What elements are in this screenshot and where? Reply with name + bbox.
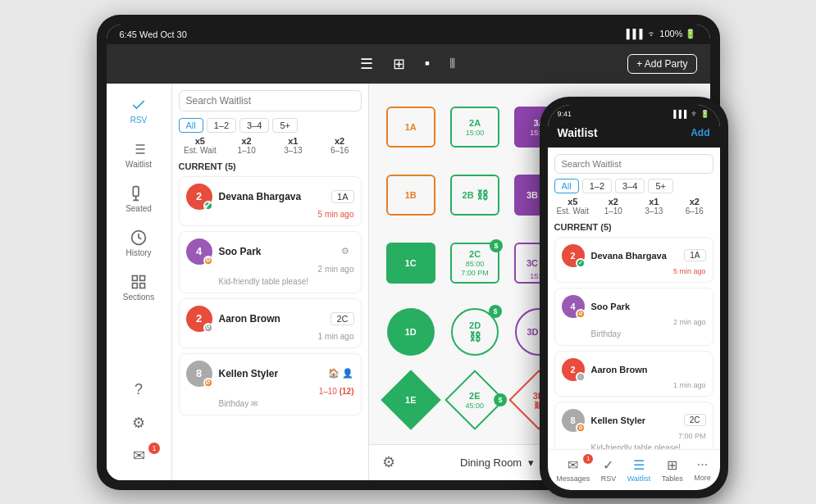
- sidebar-item-seated[interactable]: Seated: [111, 179, 166, 220]
- avatar: 4 ⊘: [562, 295, 585, 318]
- phone-party-card[interactable]: 2 ○ Aaron Brown 1 min ago: [554, 351, 713, 397]
- phone-filter-5plus[interactable]: 5+: [648, 179, 673, 193]
- sidebar-item-rsv[interactable]: RSV: [111, 90, 166, 131]
- phone-header: Waitlist Add: [548, 121, 720, 148]
- table-2D[interactable]: $ 2D⛓: [451, 308, 499, 356]
- footer-messages[interactable]: ✉ Messages 1: [553, 454, 593, 486]
- avatar: 4 ⚙: [186, 238, 212, 265]
- messages-button[interactable]: ✉ 1: [111, 441, 166, 470]
- party-name: Aaron Brown: [219, 313, 325, 325]
- table-tag: 2C: [684, 414, 706, 426]
- table-2E[interactable]: $ 2E45:00: [444, 370, 505, 430]
- waitlist-icon: ☰: [633, 457, 645, 473]
- footer-tables[interactable]: ⊞ Tables: [659, 454, 686, 486]
- party-time: 1 min ago: [562, 381, 706, 389]
- party-name: Kellen Styler: [219, 368, 322, 379]
- columns-icon[interactable]: ⦀: [444, 50, 461, 77]
- table-2B[interactable]: 2B⛓: [450, 175, 499, 216]
- filter-meta: x5Est. Wait x21–10 x13–13 x26–16: [179, 136, 362, 155]
- party-card[interactable]: 2 ✓ Devana Bhargava 1A 5 min ago: [179, 176, 362, 226]
- help-button[interactable]: ?: [111, 375, 166, 405]
- table-1E[interactable]: 1E: [381, 370, 441, 430]
- phone-filter-row: All 1–2 3–4 5+: [554, 179, 713, 193]
- footer-label: RSV: [601, 474, 617, 483]
- svg-rect-12: [133, 283, 138, 288]
- dollar-badge: $: [490, 239, 503, 252]
- footer-label: Tables: [662, 474, 683, 483]
- table-1B[interactable]: 1B: [386, 175, 435, 216]
- phone-filter-all[interactable]: All: [554, 179, 579, 193]
- footer-label: Waitlist: [627, 474, 651, 483]
- tablet-toolbar: ☰ ⊞ ▪ ⦀ + Add Party: [107, 44, 710, 84]
- sidebar-item-sections[interactable]: Sections: [111, 267, 166, 308]
- settings-button[interactable]: ⚙: [111, 408, 166, 438]
- phone-footer: ✉ Messages 1 ✓ RSV ☰ Waitlist ⊞ Tables: [548, 449, 720, 490]
- avatar: 2 ✓: [186, 184, 212, 210]
- table-tag: ⚙: [336, 245, 354, 257]
- phone-content: All 1–2 3–4 5+ x5Est. Wait x21–10 x13–13…: [548, 148, 720, 449]
- messages-badge: 1: [148, 443, 160, 454]
- current-section-label: CURRENT (5): [179, 161, 362, 171]
- sidebar-item-history[interactable]: History: [111, 223, 166, 264]
- phone-search-input[interactable]: [554, 154, 713, 174]
- party-note: Birthday: [562, 329, 706, 338]
- add-party-button[interactable]: + Add Party: [627, 54, 696, 74]
- avatar: 8 ⊘: [186, 361, 212, 387]
- phone-status-bar: 9:41 ▌▌▌ ᯤ 🔋: [548, 105, 720, 121]
- avatar: 2 ○: [562, 358, 585, 381]
- party-name: Devana Bhargava: [219, 191, 326, 202]
- party-card[interactable]: 4 ⚙ Soo Park ⚙ 2 min ago Kid-friendly ta…: [179, 231, 362, 293]
- dollar-badge: $: [494, 393, 507, 406]
- avatar: 2 ⊘: [186, 306, 212, 332]
- sidebar-bottom: ? ⚙ ✉ 1: [111, 375, 166, 480]
- phone: 9:41 ▌▌▌ ᯤ 🔋 Waitlist Add All 1–2 3–4 5+…: [540, 97, 728, 498]
- party-note: Kid-friendly table please!: [186, 277, 354, 286]
- phone-party-card[interactable]: 2 ✓ Devana Bhargava 1A 5 min ago: [554, 237, 713, 283]
- filter-3-4[interactable]: 3–4: [239, 118, 269, 133]
- table-tag: 1A: [331, 190, 353, 203]
- tables-icon: ⊞: [667, 457, 677, 473]
- tablet-status-bar: 6:45 Wed Oct 30 ▌▌▌ ᯤ 100% 🔋: [107, 25, 710, 44]
- waitlist-panel: All 1–2 3–4 5+ x5Est. Wait x21–10 x13–13…: [172, 84, 369, 480]
- party-note: Kid-friendly table please!: [562, 443, 706, 449]
- party-name: Kellen Styler: [591, 415, 677, 425]
- phone-party-card[interactable]: 4 ⊘ Soo Park 2 min ago Birthday: [554, 288, 713, 346]
- filter-all[interactable]: All: [179, 118, 203, 133]
- table-1D[interactable]: 1D: [387, 308, 435, 356]
- svg-rect-6: [133, 186, 139, 196]
- messages-badge: 1: [583, 454, 593, 464]
- phone-filter-1-2[interactable]: 1–2: [582, 179, 612, 193]
- phone-filter-3-4[interactable]: 3–4: [615, 179, 645, 193]
- hamburger-icon[interactable]: ☰: [355, 50, 378, 78]
- avatar: 8 ⊘: [562, 409, 585, 432]
- grid-icon[interactable]: ⊞: [388, 50, 410, 78]
- phone-party-card[interactable]: 8 ⊘ Kellen Styler 2C 7:00 PM Kid-friendl…: [554, 402, 713, 449]
- party-name: Devana Bhargava: [591, 251, 678, 261]
- table-tag: 1A: [684, 249, 705, 261]
- filter-1-2[interactable]: 1–2: [207, 118, 236, 133]
- party-card[interactable]: 2 ⊘ Aaron Brown 2C 1 min ago: [179, 298, 362, 348]
- filter-5plus[interactable]: 5+: [272, 118, 298, 133]
- chevron-down-icon: ▾: [528, 456, 534, 469]
- dollar-badge: $: [489, 305, 502, 318]
- search-input[interactable]: [179, 90, 362, 111]
- party-time: 1–10 (12): [186, 387, 354, 396]
- party-name: Soo Park: [591, 302, 706, 311]
- table-2A[interactable]: 2A15:00: [450, 107, 499, 148]
- room-selector[interactable]: Dining Room ▾: [460, 456, 534, 469]
- phone-add-button[interactable]: Add: [691, 127, 709, 138]
- footer-rsv[interactable]: ✓ RSV: [598, 454, 620, 486]
- table-2C[interactable]: $ 2C 85:00 7:00 PM: [450, 243, 499, 284]
- party-note: Birthday ✉: [186, 399, 354, 408]
- table-1A[interactable]: 1A: [386, 107, 435, 148]
- party-card[interactable]: 8 ⊘ Kellen Styler 🏠 👤 1–10 (12) Birthday…: [179, 353, 362, 415]
- rsv-icon: ✓: [603, 457, 613, 473]
- table-1C[interactable]: 1C: [386, 243, 435, 284]
- more-icon: ···: [697, 457, 708, 472]
- footer-waitlist[interactable]: ☰ Waitlist: [624, 454, 654, 486]
- square-icon[interactable]: ▪: [420, 50, 435, 77]
- settings-icon[interactable]: ⚙: [382, 453, 395, 471]
- phone-filter-meta: x5Est. Wait x21–10 x13–13 x26–16: [554, 197, 713, 216]
- sidebar-item-waitlist[interactable]: Waitlist: [111, 134, 166, 175]
- footer-more[interactable]: ··· More: [691, 454, 714, 485]
